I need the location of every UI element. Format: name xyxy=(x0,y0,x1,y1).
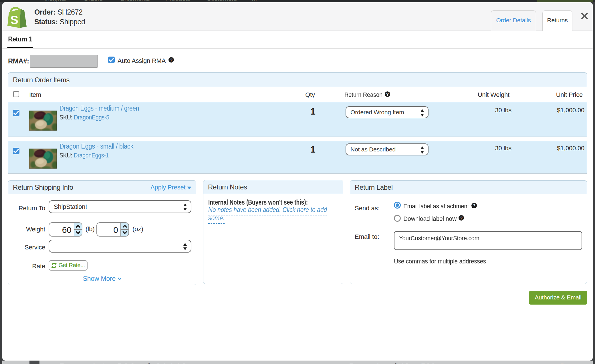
svg-text:S: S xyxy=(10,13,18,27)
